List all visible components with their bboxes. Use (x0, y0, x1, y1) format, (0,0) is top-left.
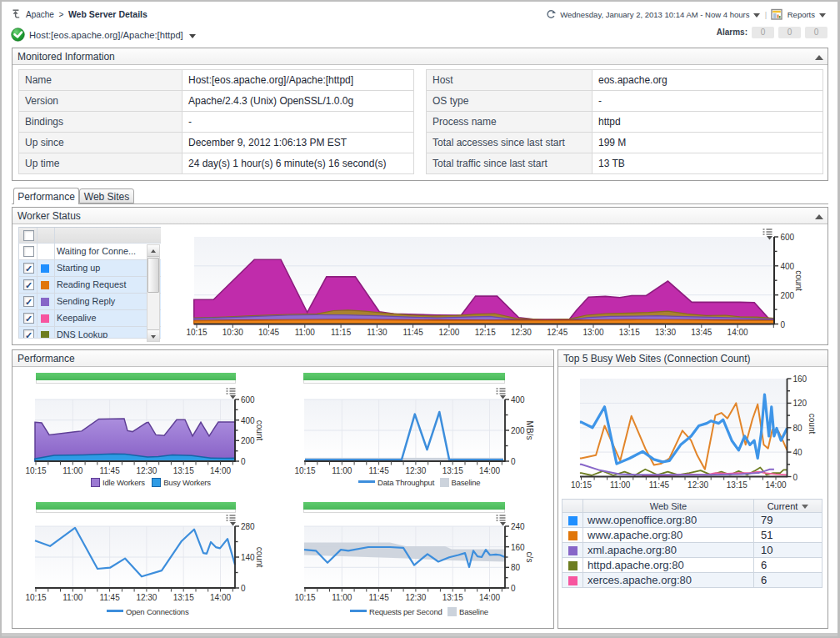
svg-text:11:00: 11:00 (332, 593, 352, 602)
svg-text:10:15: 10:15 (294, 466, 315, 475)
svg-text:12:30: 12:30 (136, 593, 157, 602)
svg-text:12:45: 12:45 (547, 328, 568, 337)
svg-text:11:00: 11:00 (62, 466, 83, 475)
svg-text:11:00: 11:00 (332, 466, 352, 475)
svg-text:13:15: 13:15 (619, 328, 640, 337)
svg-text:11:00: 11:00 (610, 480, 631, 490)
svg-text:14:00: 14:00 (479, 593, 500, 602)
svg-text:400: 400 (781, 262, 795, 271)
svg-text:14:00: 14:00 (765, 480, 786, 490)
svg-text:count: count (808, 414, 817, 435)
svg-text:400: 400 (241, 416, 255, 425)
svg-text:10:15: 10:15 (25, 466, 46, 475)
svg-text:c/s: c/s (525, 552, 534, 563)
svg-text:160: 160 (511, 543, 525, 552)
svg-text:11:45: 11:45 (402, 328, 423, 337)
svg-text:400: 400 (511, 395, 525, 404)
svg-text:13:15: 13:15 (442, 466, 463, 475)
svg-text:13:15: 13:15 (442, 593, 463, 602)
svg-text:10:15: 10:15 (294, 593, 315, 602)
svg-text:11:45: 11:45 (368, 593, 389, 602)
svg-text:80: 80 (793, 424, 803, 433)
svg-text:11:45: 11:45 (99, 466, 120, 475)
svg-text:140: 140 (241, 553, 255, 562)
svg-text:14:00: 14:00 (479, 466, 500, 475)
svg-text:40: 40 (793, 448, 803, 457)
svg-text:0: 0 (793, 473, 798, 482)
svg-text:600: 600 (781, 233, 795, 242)
svg-text:600: 600 (241, 395, 255, 404)
svg-text:MB/s: MB/s (525, 421, 534, 440)
svg-text:80: 80 (511, 563, 521, 572)
svg-text:0: 0 (241, 457, 246, 466)
svg-text:14:00: 14:00 (210, 593, 231, 602)
svg-text:0: 0 (781, 320, 786, 329)
svg-text:12:30: 12:30 (136, 466, 157, 475)
svg-text:11:30: 11:30 (367, 328, 388, 337)
svg-text:14:00: 14:00 (728, 328, 748, 337)
svg-text:10:15: 10:15 (25, 593, 46, 602)
svg-text:10:15: 10:15 (186, 328, 207, 337)
svg-text:count: count (255, 420, 264, 441)
svg-text:120: 120 (793, 399, 808, 408)
svg-text:0: 0 (511, 457, 516, 466)
svg-text:12:00: 12:00 (438, 328, 459, 337)
svg-text:12:30: 12:30 (511, 328, 532, 337)
svg-text:13:30: 13:30 (655, 328, 676, 337)
svg-text:11:45: 11:45 (99, 593, 120, 602)
svg-text:160: 160 (793, 374, 808, 384)
svg-text:12:30: 12:30 (688, 480, 708, 490)
svg-text:13:15: 13:15 (173, 466, 194, 475)
svg-text:13:15: 13:15 (727, 480, 748, 490)
svg-text:0: 0 (511, 584, 516, 593)
svg-text:count: count (255, 547, 264, 568)
svg-text:10:15: 10:15 (571, 480, 592, 490)
svg-text:13:45: 13:45 (691, 328, 712, 337)
svg-text:14:00: 14:00 (210, 466, 231, 475)
svg-text:0: 0 (241, 584, 246, 593)
svg-text:12:15: 12:15 (475, 328, 496, 337)
svg-text:12:30: 12:30 (405, 593, 426, 602)
svg-text:11:15: 11:15 (331, 328, 352, 337)
svg-text:13:00: 13:00 (582, 328, 603, 337)
svg-text:13:15: 13:15 (173, 593, 194, 602)
svg-text:280: 280 (241, 522, 255, 531)
svg-text:200: 200 (241, 436, 255, 445)
svg-text:count: count (794, 270, 803, 291)
svg-text:11:45: 11:45 (649, 480, 670, 490)
svg-text:11:45: 11:45 (368, 466, 389, 475)
svg-text:240: 240 (511, 522, 525, 531)
svg-text:10:45: 10:45 (258, 328, 279, 337)
svg-text:200: 200 (511, 426, 525, 435)
svg-text:11:00: 11:00 (62, 593, 83, 602)
svg-text:12:30: 12:30 (405, 466, 426, 475)
svg-text:11:00: 11:00 (295, 328, 316, 337)
svg-text:10:30: 10:30 (222, 328, 243, 337)
svg-text:200: 200 (781, 291, 795, 300)
